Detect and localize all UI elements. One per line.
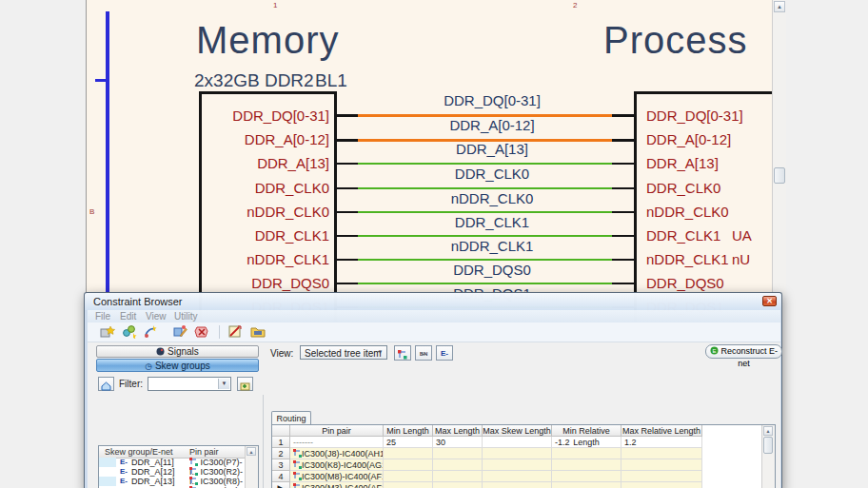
new-skew-group-icon[interactable] [99,324,116,341]
row-header-current[interactable]: ▶ [272,482,290,488]
row-header[interactable]: 4 [272,471,290,482]
scroll-up-icon[interactable]: ▲ [774,1,785,12]
scroll-up-icon[interactable]: ▲ [247,447,256,456]
title-bar[interactable]: Constraint Browser ✕ [85,293,781,310]
cell-max-skew[interactable] [483,459,552,471]
cell-min-length[interactable]: 25 [384,437,433,448]
tab-routing[interactable]: Routing [271,411,311,424]
processor-pin: DDR_DQ[0-31] [646,107,773,124]
col-header-max-relative-length[interactable]: Max Relative Length [621,425,702,437]
cell-max-rel[interactable]: 1.2 [621,437,702,448]
chevron-down-icon: ▼ [375,347,385,358]
view-dropdown-value: Selected tree item [305,348,382,359]
cell-min-length[interactable] [384,471,433,482]
menu-utility[interactable]: Utility [174,310,197,322]
col-header-pin-pair[interactable]: Pin pair [290,425,384,437]
view-pin-pairs-button[interactable] [394,345,411,361]
scroll-thumb[interactable] [763,437,773,454]
col-pin-pair[interactable]: Pin pair [189,447,219,457]
cell-min-rel[interactable] [552,448,621,459]
col-header-max-length[interactable]: Max Length [433,425,483,437]
cell-max-length[interactable] [433,448,483,459]
list-vertical-scrollbar[interactable]: ▲ ▼ [245,446,258,488]
cell-pin-pair[interactable]: IC300(M3)-IC400(AF15) [290,482,384,488]
net-label: DDR_DQ[0-31] [401,92,583,108]
col-header-min-relative-length[interactable]: Min Relative Length [552,425,621,437]
col-header-min-length[interactable]: Min Length [384,425,433,437]
cell-pin-pair[interactable]: IC300(J8)-IC400(AH15) [290,448,384,459]
cell-max-skew[interactable] [483,471,552,482]
processor-pin: DDR_CLK0 [646,180,773,196]
remove-signal-pair-icon[interactable] [143,324,160,341]
cell-max-length[interactable] [433,459,483,471]
cell-max-skew[interactable] [483,437,552,448]
col-header-blank[interactable] [272,425,290,437]
schematic-vertical-scrollbar[interactable]: ▲ [772,0,786,295]
menu-edit[interactable]: Edit [120,310,136,322]
view-dimensions-button[interactable]: ʙ̶ɴ [415,345,432,361]
zone-marker-b: B [89,207,94,216]
cell-min-rel[interactable]: -1.2 [552,437,621,448]
cell-min-length[interactable] [384,448,433,459]
delete-skew-group-icon[interactable] [193,324,210,341]
cell-min-rel[interactable] [552,482,621,488]
report-icon[interactable] [249,324,266,341]
cell-max-length[interactable] [433,471,483,482]
reconstruct-enet-icon: E [710,346,719,355]
edit-skew-group-icon[interactable] [171,324,188,341]
cell-max-rel[interactable] [621,459,702,471]
cell-pin-pair[interactable]: IC300(K8)-IC400(AG15) [290,459,384,471]
cell-min-length[interactable] [384,459,433,471]
menu-view[interactable]: View [146,310,167,322]
add-signal-pair-icon[interactable] [121,324,138,341]
view-dropdown[interactable]: Selected tree item ▼ [300,345,387,360]
row-header[interactable]: 3 [272,459,290,471]
processor-pin: DDR_DQS0 [646,275,773,291]
close-icon: ✕ [766,297,773,305]
memory-pin: DDR_CLK1 [115,227,329,244]
cell-min-length[interactable] [384,482,433,488]
filter-home-button[interactable] [98,377,114,391]
cell-max-rel[interactable] [621,482,702,488]
list-item[interactable]: E-DDR_A[11] IC300(P7)-I.. [99,458,246,467]
col-skew-group[interactable]: Skew group/E-net [105,447,173,457]
scroll-up-icon[interactable]: ▲ [763,426,773,436]
menu-file[interactable]: File [95,310,110,322]
cell-pin-pair[interactable]: ------- [290,437,384,448]
panel-divider[interactable] [263,395,264,488]
view-label: View: [270,348,293,359]
pin-pair-icon [293,460,302,469]
cell-min-rel[interactable] [552,471,621,482]
memory-refdes: BL1 [315,70,347,91]
scroll-thumb[interactable] [774,167,785,184]
screen: 1 2 B Memory 2x32GB DDR2 BL1 Process DDR… [0,0,868,488]
net-label: DDR_A[13] [401,141,583,157]
cell-min-rel[interactable] [552,459,621,471]
chevron-down-icon[interactable]: ▼ [218,379,229,389]
cell-pin-pair[interactable]: IC300(M8)-IC400(AF13) [290,471,384,482]
reconstruct-enet-button[interactable]: E Reconstruct E-net [705,344,782,359]
cell-max-length[interactable]: 30 [433,437,483,448]
row-header[interactable]: 1 [272,437,290,448]
enet-icon: E- [120,477,128,485]
measure-constraint-icon[interactable] [227,324,244,341]
col-header-max-skew-length[interactable]: Max Skew Length [483,425,552,437]
skew-groups-panel-button[interactable]: ◷ Skew groups [96,359,259,372]
cell-max-rel[interactable] [621,471,702,482]
list-item[interactable]: E-DDR_A[13] IC300(R8)-I.. [99,477,246,486]
view-enet-button[interactable]: E- [436,345,453,361]
cell-max-skew[interactable] [483,448,552,459]
skew-group-list[interactable]: Skew group/E-net Pin pair E-DDR_A[11] IC… [98,445,259,488]
wire [335,211,637,213]
cell-max-rel[interactable] [621,448,702,459]
row-header[interactable]: 2 [272,448,290,459]
cell-max-length[interactable] [433,482,483,488]
cell-max-skew[interactable] [483,482,552,488]
svg-text:E: E [712,348,716,354]
apply-filter-button[interactable] [237,377,253,391]
list-item[interactable]: E-DDR_A[12] IC300(R2)-I.. [99,467,246,477]
table-vertical-scrollbar[interactable]: ▲ ▼ [761,425,775,488]
close-button[interactable]: ✕ [762,296,777,306]
signals-panel-button[interactable]: Signals [96,345,259,358]
filter-combobox[interactable]: ▼ [148,377,231,391]
